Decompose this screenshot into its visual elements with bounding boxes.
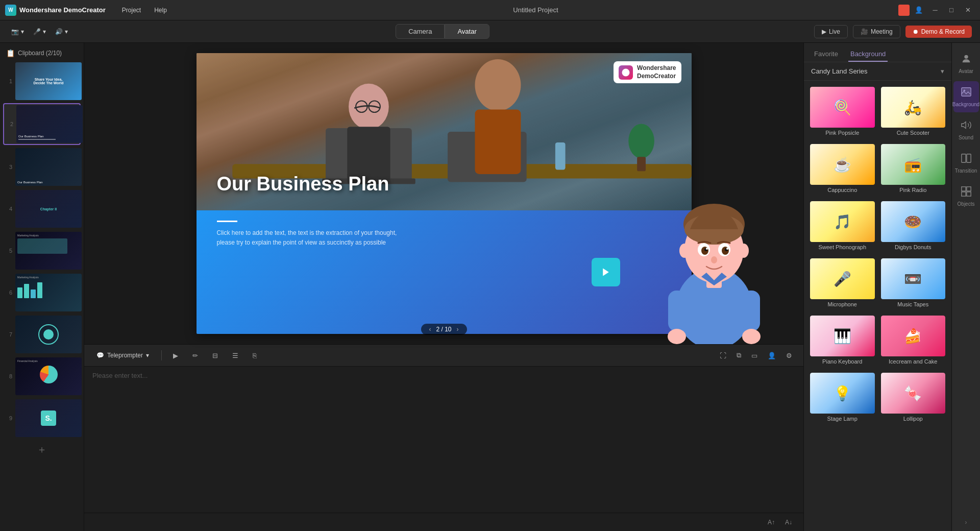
person-btn[interactable]: 👤 bbox=[765, 350, 779, 361]
rec-indicator bbox=[898, 5, 910, 16]
counter-text: 2 / 10 bbox=[436, 326, 451, 333]
tab-favorite[interactable]: Favorite bbox=[812, 47, 840, 62]
align-teleprompter-btn[interactable]: ⊟ bbox=[209, 350, 221, 361]
slide-item-5[interactable]: 5 Marketing Analysis bbox=[3, 231, 81, 271]
bg-thumb-microphone: 🎤 bbox=[810, 258, 875, 299]
bg-item-pink-popsicle[interactable]: 🍭 Pink Popsicle bbox=[809, 86, 876, 139]
bg-item-piano-keyboard[interactable]: 🎹 Piano Keyboard bbox=[809, 315, 876, 368]
next-slide-btn[interactable]: › bbox=[457, 326, 459, 333]
slide-item-6[interactable]: 6 Marketing Analysis bbox=[3, 273, 81, 312]
slide-item-1[interactable]: 1 Share Your Idea,Decide The World bbox=[3, 61, 81, 101]
far-right-background[interactable]: Background bbox=[953, 81, 979, 112]
menu-help[interactable]: Help bbox=[148, 5, 173, 16]
bg-item-music-tapes[interactable]: 📼 Music Tapes bbox=[880, 257, 947, 310]
far-right-panel: Avatar Background Sound Transition Objec bbox=[951, 43, 980, 531]
fullscreen-btn[interactable]: ▭ bbox=[748, 350, 761, 361]
slide-item-2[interactable]: 2 Our Business Plan bbox=[3, 103, 81, 145]
slide-main-title: Our Business Plan bbox=[217, 173, 389, 195]
teleprompter-input-area[interactable]: Please enter text... bbox=[84, 367, 803, 513]
edit-teleprompter-btn[interactable]: ✏ bbox=[189, 350, 201, 361]
tab-avatar[interactable]: Avatar bbox=[445, 24, 489, 39]
mic-control[interactable]: 🎤 ▾ bbox=[30, 26, 49, 37]
screen-fit-btn[interactable]: ⛶ bbox=[717, 350, 729, 361]
tab-camera[interactable]: Camera bbox=[396, 24, 445, 39]
bg-thumb-cappuccino: ☕ bbox=[810, 144, 875, 185]
transition-sidebar-icon bbox=[961, 153, 972, 166]
bg-icon-cute-scooter: 🛵 bbox=[904, 99, 922, 116]
bg-item-stage-lamp[interactable]: 💡 Stage Lamp bbox=[809, 372, 876, 425]
svg-rect-34 bbox=[742, 291, 760, 331]
meeting-button[interactable]: 🎥 Meeting bbox=[853, 25, 900, 38]
transition-sidebar-label: Transition bbox=[955, 168, 977, 174]
bg-item-pink-radio[interactable]: 📻 Pink Radio bbox=[880, 143, 947, 196]
minimize-btn[interactable]: ─ bbox=[928, 3, 942, 17]
record-icon: ⏺ bbox=[913, 28, 919, 35]
slide-item-7[interactable]: 7 bbox=[3, 315, 81, 354]
teleprompter-separator bbox=[161, 350, 162, 360]
bg-item-cappuccino[interactable]: ☕ Cappuccino bbox=[809, 143, 876, 196]
bg-item-icecream-cake[interactable]: 🍰 Icecream and Cake bbox=[880, 315, 947, 368]
bg-item-digbys-donuts[interactable]: 🍩 Digbys Donuts bbox=[880, 200, 947, 253]
bg-item-lollipop[interactable]: 🍬 Lollipop bbox=[880, 372, 947, 425]
slide-counter: ‹ 2 / 10 › bbox=[421, 324, 467, 335]
avatar-sidebar-icon bbox=[961, 53, 972, 67]
bg-label-icecream-cake: Icecream and Cake bbox=[881, 356, 946, 367]
slide-number-9: 9 bbox=[5, 415, 12, 421]
svg-point-35 bbox=[668, 329, 686, 344]
slide-play-button[interactable] bbox=[592, 258, 620, 286]
slide-item-3[interactable]: 3 Our Business Plan bbox=[3, 147, 81, 187]
svg-rect-42 bbox=[961, 154, 965, 163]
teleprompter-icon: 💬 bbox=[96, 352, 104, 359]
demo-record-button[interactable]: ⏺ Demo & Record bbox=[905, 26, 972, 38]
far-right-sound[interactable]: Sound bbox=[953, 114, 979, 146]
play-teleprompter-btn[interactable]: ▶ bbox=[170, 350, 181, 361]
svg-point-32 bbox=[739, 244, 749, 258]
teleprompter-toggle[interactable]: 💬 Teleprompter ▾ bbox=[92, 350, 153, 361]
far-right-transition[interactable]: Transition bbox=[953, 148, 979, 179]
bg-icon-digbys-donuts: 🍩 bbox=[904, 213, 922, 230]
font-decrease-btn[interactable]: A↓ bbox=[782, 518, 795, 527]
bg-item-sweet-phonograph[interactable]: 🎵 Sweet Phonograph bbox=[809, 200, 876, 253]
far-right-avatar[interactable]: Avatar bbox=[953, 48, 979, 79]
speaker-control[interactable]: 🔊 ▾ bbox=[52, 26, 71, 37]
tab-background[interactable]: Background bbox=[848, 47, 888, 62]
right-panel: Favorite Background Candy Land Series ▾ … bbox=[803, 43, 951, 531]
series-dropdown-icon: ▾ bbox=[941, 67, 944, 75]
bg-item-microphone[interactable]: 🎤 Microphone bbox=[809, 257, 876, 310]
slide-thumb-5: Marketing Analysis bbox=[15, 232, 82, 270]
slide-item-9[interactable]: 9 S. bbox=[3, 398, 81, 438]
maximize-btn[interactable]: □ bbox=[944, 3, 959, 17]
slide-thumb-9: S. bbox=[15, 399, 82, 437]
menu-project[interactable]: Project bbox=[116, 5, 147, 16]
font-increase-btn[interactable]: A↑ bbox=[765, 518, 778, 527]
add-slide-button[interactable]: ＋ bbox=[3, 440, 81, 458]
avatar-figure bbox=[655, 150, 773, 344]
canvas-container: Our Business Plan WondershareDemoCreator… bbox=[84, 43, 803, 344]
close-btn[interactable]: ✕ bbox=[961, 3, 975, 17]
clipboard-icon: 📋 bbox=[6, 49, 15, 57]
slide-item-8[interactable]: 8 Financial Analysis bbox=[3, 356, 81, 396]
app-title: Wondershare DemoCreator bbox=[19, 6, 106, 14]
bg-label-music-tapes: Music Tapes bbox=[881, 299, 946, 309]
bg-label-lollipop: Lollipop bbox=[881, 414, 946, 424]
export-teleprompter-btn[interactable]: ⎘ bbox=[250, 350, 260, 361]
svg-rect-45 bbox=[966, 187, 970, 191]
camera-control[interactable]: 📷 ▾ bbox=[8, 26, 27, 37]
bg-label-pink-popsicle: Pink Popsicle bbox=[810, 128, 875, 138]
bg-item-cute-scooter[interactable]: 🛵 Cute Scooter bbox=[880, 86, 947, 139]
format-teleprompter-btn[interactable]: ☰ bbox=[229, 350, 241, 361]
far-right-objects[interactable]: Objects bbox=[953, 181, 979, 212]
live-button[interactable]: ▶ Live bbox=[814, 25, 848, 38]
bg-thumb-digbys-donuts: 🍩 bbox=[881, 201, 946, 242]
prev-slide-btn[interactable]: ‹ bbox=[429, 326, 431, 333]
screen-mirror-btn[interactable]: ⧉ bbox=[733, 349, 744, 361]
series-selector[interactable]: Candy Land Series ▾ bbox=[804, 62, 951, 81]
user-icon-btn[interactable]: 👤 bbox=[912, 3, 926, 17]
expand-panel-btn[interactable]: › bbox=[960, 513, 972, 531]
settings-teleprompter-btn[interactable]: ⚙ bbox=[783, 350, 795, 361]
slide-bottom-line bbox=[217, 221, 237, 222]
meeting-icon: 🎥 bbox=[861, 28, 868, 35]
bg-icon-lollipop: 🍬 bbox=[904, 385, 922, 402]
slide-item-4[interactable]: 4 Chapter II bbox=[3, 189, 81, 229]
slide-logo-icon bbox=[619, 65, 633, 80]
